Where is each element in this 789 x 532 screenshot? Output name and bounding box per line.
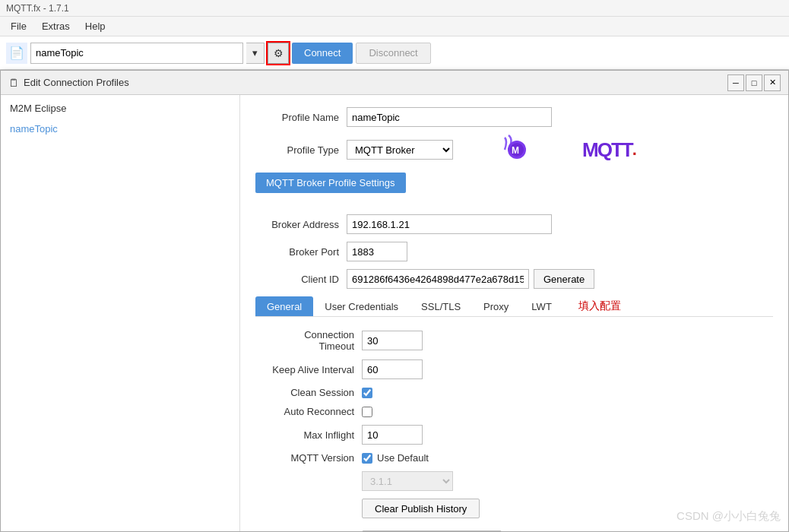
menu-help[interactable]: Help [78,19,113,33]
connect-button[interactable]: Connect [292,43,353,64]
app-title: MQTT.fx - 1.7.1 [6,3,69,14]
topic-dropdown-button[interactable]: ▾ [246,43,265,64]
title-bar: MQTT.fx - 1.7.1 [0,0,789,17]
toolbar: 📄 ▾ ⚙ Connect Disconnect [0,36,789,70]
menu-bar: File Extras Help [0,17,789,36]
settings-gear-button[interactable]: ⚙ [268,43,289,64]
menu-extras[interactable]: Extras [34,19,78,33]
topic-input[interactable] [30,43,243,64]
new-connection-icon[interactable]: 📄 [6,43,27,64]
disconnect-button[interactable]: Disconnect [356,43,430,64]
menu-file[interactable]: File [3,19,34,33]
